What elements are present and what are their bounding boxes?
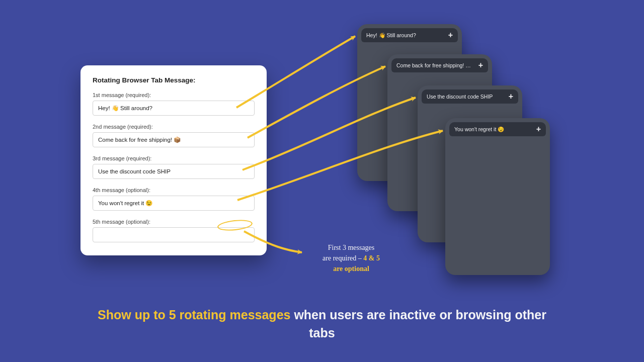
- field-label: 5th message (optional):: [93, 219, 255, 225]
- browser-tab: Come back for free shipping! 📦 +: [391, 58, 488, 72]
- field-label: 1st message (required):: [93, 92, 255, 98]
- msg-5-input[interactable]: [93, 227, 255, 242]
- info-note: First 3 messages are required – 4 & 5 ar…: [306, 242, 396, 274]
- field-msg-4: 4th message (optional):: [93, 187, 255, 211]
- headline-rest: when users are inactive or browsing othe…: [294, 308, 546, 340]
- browser-tab: Use the discount code SHIP +: [422, 89, 518, 104]
- form-title: Rotating Browser Tab Message:: [93, 76, 255, 84]
- tab-title: You won't regret it 😉: [454, 126, 504, 133]
- new-tab-icon[interactable]: +: [536, 125, 541, 133]
- new-tab-icon[interactable]: +: [448, 31, 453, 39]
- field-label: 2nd message (required):: [93, 124, 255, 130]
- field-label: 4th message (optional):: [93, 187, 255, 193]
- tab-title: Use the discount code SHIP: [427, 94, 493, 100]
- tab-title: Hey! 👋 Still around?: [366, 32, 416, 39]
- headline-emphasis: Show up to 5 rotating messages: [98, 308, 294, 322]
- msg-3-input[interactable]: [93, 164, 255, 179]
- field-msg-3: 3rd message (required):: [93, 155, 255, 179]
- tab-title: Come back for free shipping! 📦: [396, 62, 472, 69]
- browser-tab: You won't regret it 😉 +: [449, 122, 546, 136]
- note-highlight: are optional: [333, 265, 369, 273]
- note-text: First 3 messages: [328, 244, 375, 251]
- new-tab-icon[interactable]: +: [478, 61, 483, 69]
- new-tab-icon[interactable]: +: [509, 93, 513, 101]
- phone-preview-4: You won't regret it 😉 +: [445, 118, 550, 275]
- field-msg-5: 5th message (optional):: [93, 219, 255, 242]
- note-highlight: 4 & 5: [363, 254, 380, 262]
- field-msg-1: 1st message (required):: [93, 92, 255, 116]
- msg-4-input[interactable]: [93, 196, 255, 211]
- field-label: 3rd message (required):: [93, 155, 255, 161]
- settings-form-card: Rotating Browser Tab Message: 1st messag…: [80, 65, 267, 255]
- msg-1-input[interactable]: [93, 101, 255, 116]
- note-text: are required –: [323, 254, 363, 262]
- field-msg-2: 2nd message (required):: [93, 124, 255, 147]
- browser-tab: Hey! 👋 Still around? +: [361, 28, 458, 42]
- msg-2-input[interactable]: [93, 132, 255, 147]
- headline: Show up to 5 rotating messages when user…: [0, 306, 644, 342]
